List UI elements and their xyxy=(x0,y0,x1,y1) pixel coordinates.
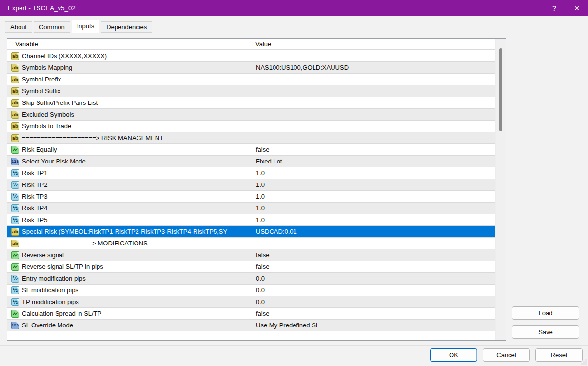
value-cell[interactable]: Use My Predefined SL xyxy=(252,320,495,331)
inputs-table: Variable Value ab Channel IDs (XXXXX,XXX… xyxy=(7,38,506,341)
bool-param-icon xyxy=(11,146,19,154)
value-cell[interactable]: false xyxy=(252,261,495,273)
value-cell[interactable]: 0.0 xyxy=(252,273,495,285)
table-row[interactable]: 123 SL Override Mode Use My Predefined S… xyxy=(7,320,506,331)
table-row[interactable]: 123 Select Your Risk Mode Fixed Lot xyxy=(7,156,506,167)
value-cell[interactable] xyxy=(252,74,495,85)
value-cell[interactable]: 1.0 xyxy=(252,203,495,214)
table-row[interactable]: ½ Risk TP1 1.0 xyxy=(7,167,506,179)
table-row[interactable]: Reverse signal SL/TP in pips false xyxy=(7,261,506,273)
variable-label: Skip Suffix/Prefix Pairs List xyxy=(22,99,250,106)
value-cell[interactable] xyxy=(252,85,495,97)
variable-label: TP modification pips xyxy=(22,298,250,305)
table-row[interactable]: ½ TP modification pips 0.0 xyxy=(7,296,506,308)
value-cell[interactable]: false xyxy=(252,308,495,320)
vertical-scrollbar[interactable] xyxy=(495,39,506,340)
value-cell[interactable] xyxy=(252,109,495,121)
table-header: Variable Value xyxy=(7,39,506,50)
help-icon[interactable]: ? xyxy=(543,0,566,16)
table-row[interactable]: ½ SL modification pips 0.0 xyxy=(7,285,506,296)
table-row[interactable]: Risk Equally false xyxy=(7,144,506,156)
tab-common[interactable]: Common xyxy=(34,21,70,33)
resize-grip-icon[interactable] xyxy=(580,358,587,365)
table-row[interactable]: ½ Risk TP3 1.0 xyxy=(7,191,506,203)
variable-label: Risk TP3 xyxy=(22,193,250,200)
variable-label: Symbols Mapping xyxy=(22,64,250,71)
variable-label: Select Your Risk Mode xyxy=(22,158,250,165)
variable-label: Channel IDs (XXXXX,XXXXX) xyxy=(22,52,250,60)
table-row[interactable]: ab Symbol Prefix xyxy=(7,74,506,85)
cancel-button[interactable]: Cancel xyxy=(483,348,530,362)
variable-label: Symbol Suffix xyxy=(22,87,250,95)
value-cell[interactable]: 0.0 xyxy=(252,296,495,308)
value-cell[interactable] xyxy=(252,238,495,249)
table-row[interactable]: ½ Risk TP2 1.0 xyxy=(7,179,506,191)
value-cell[interactable]: 0.0 xyxy=(252,285,495,296)
string-param-icon: ab xyxy=(11,134,19,142)
string-param-icon: ab xyxy=(11,87,19,95)
table-row[interactable]: Reverse signal false xyxy=(7,249,506,261)
table-row[interactable]: ½ Risk TP4 1.0 xyxy=(7,203,506,214)
table-row[interactable]: ab Excluded Symbols xyxy=(7,109,506,121)
table-row[interactable]: ½ Risk TP5 1.0 xyxy=(7,214,506,226)
value-cell[interactable] xyxy=(252,121,495,132)
titlebar-buttons: ? ✕ xyxy=(543,0,588,16)
value-cell[interactable]: false xyxy=(252,249,495,261)
value-cell[interactable]: NAS100:US100,GOLD:XAUUSD xyxy=(252,62,495,74)
scrollbar-thumb[interactable] xyxy=(499,48,502,131)
column-header-value[interactable]: Value xyxy=(255,41,271,48)
value-cell[interactable]: Fixed Lot xyxy=(252,156,495,167)
table-row[interactable]: ab ====================> RISK MANAGEMENT xyxy=(7,132,506,144)
titlebar[interactable]: Expert - TSCEA_v5_02 ? ✕ xyxy=(0,0,588,16)
string-param-icon: ab xyxy=(11,228,19,236)
table-row[interactable]: ab Skip Suffix/Prefix Pairs List xyxy=(7,97,506,109)
ok-button[interactable]: OK xyxy=(430,348,477,362)
bool-param-icon xyxy=(11,263,19,271)
table-row[interactable]: ab Channel IDs (XXXXX,XXXXX) xyxy=(7,50,506,62)
variable-label: ===================> MODIFICATIONS xyxy=(22,240,250,247)
variable-label: Special Risk (SYMBOL:RiskTP1-RiskTP2-Ris… xyxy=(22,228,250,235)
value-cell[interactable]: USDCAD:0.01 xyxy=(252,226,495,238)
table-row[interactable]: ½ Entry modification pips 0.0 xyxy=(7,273,506,285)
reset-button[interactable]: Reset xyxy=(535,348,583,362)
variable-label: Excluded Symbols xyxy=(22,111,250,118)
value-cell[interactable]: 1.0 xyxy=(252,179,495,191)
table-row[interactable]: ab Special Risk (SYMBOL:RiskTP1-RiskTP2-… xyxy=(7,226,506,238)
string-param-icon: ab xyxy=(11,122,19,130)
variable-label: Reverse signal SL/TP in pips xyxy=(22,263,250,270)
table-row[interactable]: ab ===================> MODIFICATIONS xyxy=(7,238,506,249)
tab-inputs[interactable]: Inputs xyxy=(72,20,99,33)
variable-label: Risk TP1 xyxy=(22,169,250,177)
tab-about[interactable]: About xyxy=(5,21,32,33)
value-cell[interactable]: 1.0 xyxy=(252,191,495,203)
value-cell[interactable]: false xyxy=(252,144,495,156)
column-header-variable[interactable]: Variable xyxy=(15,41,38,48)
value-cell[interactable] xyxy=(252,132,495,144)
double-param-icon: ½ xyxy=(11,181,19,189)
save-button[interactable]: Save xyxy=(512,325,579,339)
variable-label: SL Override Mode xyxy=(22,322,250,329)
table-row[interactable]: ab Symbol Suffix xyxy=(7,85,506,97)
footer-divider xyxy=(0,345,588,346)
load-button[interactable]: Load xyxy=(512,306,579,320)
value-cell[interactable]: 1.0 xyxy=(252,167,495,179)
value-cell[interactable]: 1.0 xyxy=(252,214,495,226)
close-icon[interactable]: ✕ xyxy=(566,0,588,16)
double-param-icon: ½ xyxy=(11,204,19,212)
value-cell[interactable] xyxy=(252,50,495,62)
window-title: Expert - TSCEA_v5_02 xyxy=(8,4,76,12)
value-cell[interactable] xyxy=(252,97,495,109)
table-row[interactable]: ab Symbols Mapping NAS100:US100,GOLD:XAU… xyxy=(7,62,506,74)
string-param-icon: ab xyxy=(11,99,19,107)
variable-label: Risk TP5 xyxy=(22,216,250,224)
table-row[interactable]: Calculation Spread in SL/TP false xyxy=(7,308,506,320)
expert-properties-dialog: Expert - TSCEA_v5_02 ? ✕ About Common In… xyxy=(0,0,588,366)
table-row[interactable]: ab Symbols to Trade xyxy=(7,121,506,132)
tab-dependencies[interactable]: Dependencies xyxy=(101,21,152,33)
variable-label: Risk TP4 xyxy=(22,204,250,212)
double-param-icon: ½ xyxy=(11,193,19,201)
number-param-icon: 123 xyxy=(11,322,19,329)
column-divider[interactable] xyxy=(252,40,252,49)
bool-param-icon xyxy=(11,251,19,259)
string-param-icon: ab xyxy=(11,240,19,247)
